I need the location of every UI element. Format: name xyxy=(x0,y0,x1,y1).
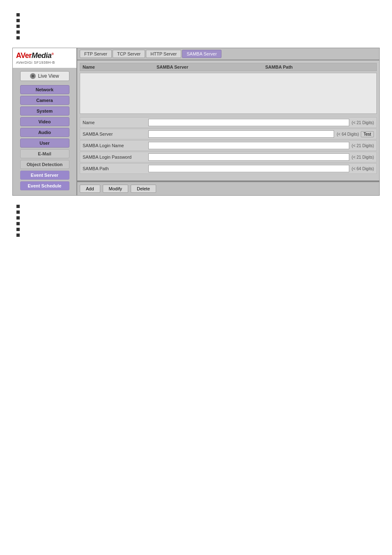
sidebar-item-system[interactable]: System xyxy=(20,106,69,116)
input-samba-path[interactable] xyxy=(148,165,349,172)
form-row-name: Name (< 21 Digits) xyxy=(80,117,377,128)
add-button[interactable]: Add xyxy=(80,185,100,193)
label-name: Name xyxy=(83,120,148,125)
sidebar: AVerMedia® AVerDiGi SF1938H-B Live View … xyxy=(13,48,76,195)
col-samba-path: SAMBA Path xyxy=(265,65,374,69)
bullet-item xyxy=(16,221,380,225)
bullet-icon xyxy=(16,19,20,22)
live-view-label: Live View xyxy=(38,73,59,79)
hint-name: (< 21 Digits) xyxy=(352,120,374,125)
input-name[interactable] xyxy=(148,119,349,126)
bullet-icon xyxy=(16,228,20,231)
live-icon-inner xyxy=(32,75,34,77)
form-row-login-password: SAMBA Login Password (< 21 Digits) xyxy=(80,152,377,162)
bullet-icon xyxy=(16,36,20,39)
form-section: Name (< 21 Digits) SAMBA Server (< 64 Di… xyxy=(80,117,377,174)
bullet-item xyxy=(16,227,380,231)
bullet-item xyxy=(16,35,380,39)
bullet-icon xyxy=(16,234,20,237)
action-row: Add Modify Delete xyxy=(77,181,379,195)
bullet-icon xyxy=(16,25,20,28)
sidebar-item-event-server[interactable]: Event Server xyxy=(20,171,69,180)
content-area: Name SAMBA Server SAMBA Path Name (< 21 … xyxy=(77,60,379,180)
bullet-item xyxy=(16,24,380,28)
sidebar-item-camera[interactable]: Camera xyxy=(20,96,69,105)
label-login-password: SAMBA Login Password xyxy=(83,155,148,160)
hint-samba-path: (< 64 Digits) xyxy=(352,166,374,171)
test-button[interactable]: Test xyxy=(361,131,374,137)
form-row-samba-server: SAMBA Server (< 64 Digits) Test xyxy=(80,129,377,139)
sidebar-item-event-schedule[interactable]: Event Schedule xyxy=(20,181,69,190)
bullet-icon xyxy=(16,30,20,34)
sidebar-item-object-detection[interactable]: Object Detection xyxy=(20,160,69,169)
bullet-item xyxy=(16,30,380,34)
sidebar-item-user[interactable]: User xyxy=(20,139,69,148)
bullet-item xyxy=(16,215,380,220)
bullet-item xyxy=(16,233,380,237)
modify-button[interactable]: Modify xyxy=(103,185,128,193)
tab-http-server[interactable]: HTTP Server xyxy=(146,50,181,58)
col-samba-server: SAMBA Server xyxy=(157,65,265,69)
top-bullet-list xyxy=(16,12,380,39)
form-row-samba-path: SAMBA Path (< 64 Digits) xyxy=(80,163,377,174)
logo-sub: AVerDiGi SF1938H-B xyxy=(16,60,55,65)
sidebar-item-email[interactable]: E-Mail xyxy=(20,149,69,158)
tab-tcp-server[interactable]: TCP Server xyxy=(113,50,145,58)
sidebar-item-video[interactable]: Video xyxy=(20,117,69,126)
sidebar-item-network[interactable]: Network xyxy=(20,85,69,94)
input-login-password[interactable] xyxy=(148,153,349,161)
bullet-item xyxy=(16,18,380,22)
delete-button[interactable]: Delete xyxy=(131,185,156,193)
logo-brand: AVerMedia® xyxy=(16,51,54,60)
live-view-icon xyxy=(30,73,36,79)
bullet-item xyxy=(16,204,380,208)
main-container: AVerMedia® AVerDiGi SF1938H-B Live View … xyxy=(12,48,380,196)
bullet-item xyxy=(16,12,380,16)
logo-area: AVerMedia® AVerDiGi SF1938H-B xyxy=(13,48,76,68)
label-samba-path: SAMBA Path xyxy=(83,166,148,171)
hint-samba-server: (< 64 Digits) xyxy=(337,132,359,136)
hint-login-name: (< 21 Digits) xyxy=(352,143,374,148)
bullet-icon xyxy=(16,13,20,16)
bottom-bullet-list xyxy=(16,204,380,237)
main-content: FTP Server TCP Server HTTP Server SAMBA … xyxy=(77,48,379,195)
spacer xyxy=(80,176,377,178)
tab-samba-server[interactable]: SAMBA Server xyxy=(182,50,221,58)
col-name: Name xyxy=(83,65,157,69)
bullet-icon xyxy=(16,216,20,220)
bullet-item xyxy=(16,210,380,214)
table-body xyxy=(80,73,377,114)
label-samba-server: SAMBA Server xyxy=(83,132,148,136)
bullet-icon xyxy=(16,205,20,208)
bullet-icon xyxy=(16,222,20,225)
bullet-icon xyxy=(16,210,20,214)
label-login-name: SAMBA Login Name xyxy=(83,143,148,148)
input-login-name[interactable] xyxy=(148,142,349,149)
table-header: Name SAMBA Server SAMBA Path xyxy=(80,63,377,71)
tab-ftp-server[interactable]: FTP Server xyxy=(80,50,112,58)
hint-login-password: (< 21 Digits) xyxy=(352,155,374,160)
sidebar-item-audio[interactable]: Audio xyxy=(20,128,69,137)
form-row-login-name: SAMBA Login Name (< 21 Digits) xyxy=(80,140,377,151)
input-samba-server[interactable] xyxy=(148,130,334,138)
tabs-row: FTP Server TCP Server HTTP Server SAMBA … xyxy=(77,48,379,60)
live-view-button[interactable]: Live View xyxy=(20,71,69,81)
